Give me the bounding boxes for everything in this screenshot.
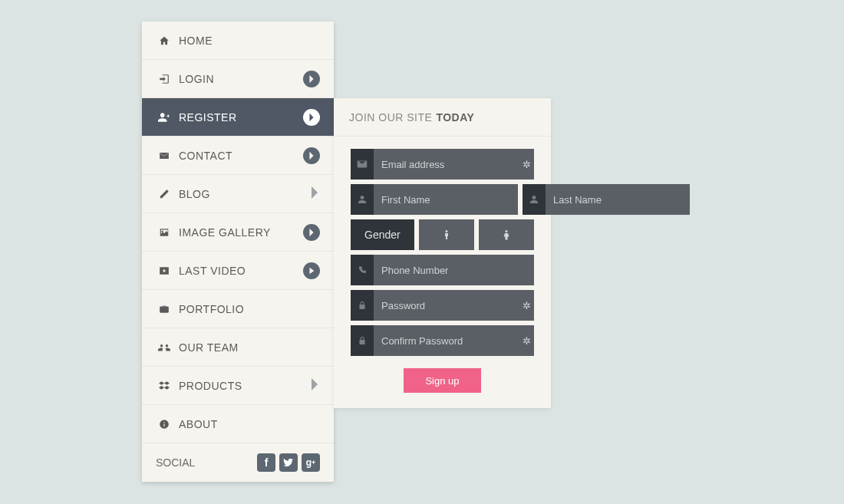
sidebar-item-our-team[interactable]: OUR TEAM: [142, 328, 334, 367]
sidebar-item-label: CONTACT: [179, 150, 303, 162]
sidebar-item-home[interactable]: HOME: [142, 21, 334, 60]
sidebar-item-label: PORTFOLIO: [179, 303, 320, 315]
google-plus-icon[interactable]: g+: [302, 453, 320, 472]
chevron-right-icon: [309, 186, 320, 202]
user-icon: [351, 184, 374, 215]
sidebar: HOMELOGINREGISTERCONTACTBLOGIMAGE GALLER…: [142, 21, 334, 482]
twitter-icon[interactable]: [279, 453, 298, 472]
chevron-right-icon: [303, 224, 320, 241]
sidebar-item-image-gallery[interactable]: IMAGE GALLERY: [142, 213, 334, 252]
sidebar-item-label: PRODUCTS: [179, 380, 309, 392]
sidebar-item-contact[interactable]: CONTACT: [142, 137, 334, 175]
briefcase-icon: [156, 304, 173, 315]
sidebar-item-label: IMAGE GALLERY: [179, 226, 303, 239]
login-icon: [156, 74, 173, 84]
sidebar-item-label: OUR TEAM: [179, 341, 320, 354]
social-row: SOCIAL f g+: [142, 443, 334, 482]
phone-field[interactable]: [374, 255, 534, 285]
gender-label: Gender: [351, 219, 414, 250]
social-label: SOCIAL: [156, 456, 253, 469]
facebook-icon[interactable]: f: [257, 453, 275, 472]
sidebar-item-label: LAST VIDEO: [179, 265, 303, 277]
sidebar-item-login[interactable]: LOGIN: [142, 60, 334, 98]
chevron-right-icon: [309, 377, 320, 394]
user-icon: [523, 184, 546, 215]
email-field[interactable]: [374, 149, 519, 180]
gender-female-button[interactable]: [479, 219, 534, 250]
sidebar-item-portfolio[interactable]: PORTFOLIO: [142, 290, 334, 328]
team-icon: [156, 342, 173, 353]
sidebar-item-last-video[interactable]: LAST VIDEO: [142, 252, 334, 290]
required-icon: ✲: [519, 149, 534, 180]
signup-button[interactable]: Sign up: [404, 368, 480, 393]
required-icon: ✲: [519, 290, 534, 321]
sidebar-item-label: HOME: [179, 35, 320, 47]
panel-header: JOIN OUR SITE TODAY: [334, 98, 551, 137]
video-icon: [156, 266, 173, 275]
gender-male-button[interactable]: [419, 219, 474, 250]
panel-header-plain: JOIN OUR SITE: [349, 111, 432, 124]
sidebar-item-register[interactable]: REGISTER: [142, 98, 334, 137]
required-icon: ✲: [519, 325, 534, 356]
confirm-password-field[interactable]: [374, 325, 519, 356]
edit-icon: [156, 189, 173, 199]
info-icon: [156, 419, 173, 430]
play-icon: [303, 262, 320, 279]
home-icon: [156, 35, 173, 46]
chevron-right-icon: [303, 109, 320, 126]
phone-icon: [351, 255, 374, 285]
lock-icon: [351, 325, 374, 356]
sidebar-item-products[interactable]: PRODUCTS: [142, 367, 334, 405]
register-form: ✲ Gender: [334, 137, 551, 393]
lock-icon: [351, 290, 374, 321]
password-field[interactable]: [374, 290, 519, 321]
panel-header-bold: TODAY: [436, 111, 474, 124]
image-icon: [156, 227, 173, 238]
chevron-right-icon: [303, 71, 320, 87]
sidebar-item-blog[interactable]: BLOG: [142, 175, 334, 213]
firstname-field[interactable]: [374, 184, 518, 215]
envelope-icon: [156, 150, 173, 161]
envelope-icon: [351, 149, 374, 180]
sidebar-item-label: ABOUT: [179, 418, 320, 430]
sidebar-item-label: LOGIN: [179, 73, 303, 85]
chevron-right-icon: [303, 147, 320, 164]
dropbox-icon: [156, 380, 173, 391]
lastname-field[interactable]: [546, 184, 690, 215]
sidebar-item-label: BLOG: [179, 188, 309, 200]
sidebar-item-about[interactable]: ABOUT: [142, 405, 334, 443]
sidebar-item-label: REGISTER: [179, 111, 303, 124]
user-plus-icon: [156, 112, 173, 123]
register-panel: JOIN OUR SITE TODAY ✲: [334, 98, 551, 408]
